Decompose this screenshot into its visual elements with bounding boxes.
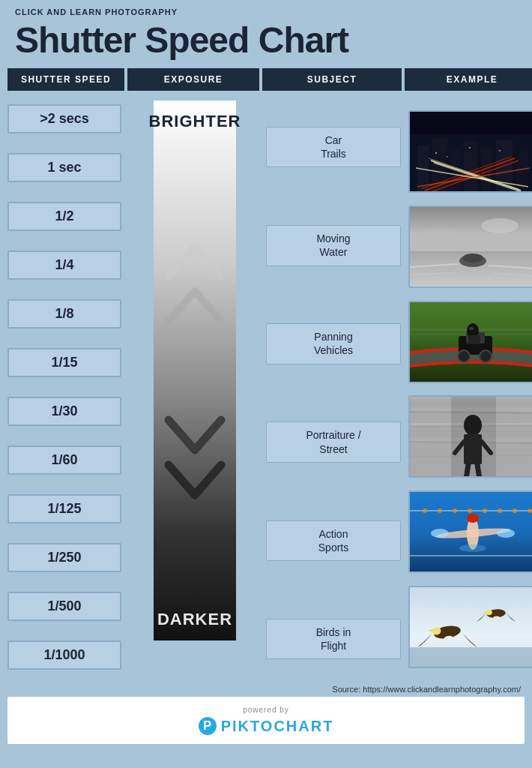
subject-moving-water: MovingWater [266,225,401,266]
svg-line-59 [466,464,468,478]
svg-point-36 [458,350,470,362]
subject-birds: Birds inFlight [266,619,401,659]
svg-line-60 [477,464,480,478]
speed-3: 1/2 [7,202,121,231]
svg-point-55 [464,415,482,436]
svg-point-30 [481,218,519,233]
svg-point-76 [497,529,515,538]
svg-point-75 [431,529,449,538]
example-column [405,97,532,682]
svg-point-37 [480,350,492,362]
speed-7: 1/30 [7,397,121,426]
svg-point-20 [447,156,448,158]
speed-9: 1/125 [7,494,121,524]
main-content: >2 secs 1 sec 1/2 1/4 1/8 1/15 1/30 1/60… [0,97,532,682]
svg-point-65 [438,508,442,513]
svg-point-77 [459,544,486,552]
speed-12: 1/1000 [7,640,121,670]
svg-point-70 [513,508,517,513]
speed-5: 1/8 [7,299,121,328]
svg-rect-56 [464,434,482,464]
svg-point-64 [423,508,427,513]
svg-point-69 [498,508,502,513]
shutter-speed-column: >2 secs 1 sec 1/2 1/4 1/8 1/15 1/30 1/60… [7,97,127,682]
speed-4: 1/4 [7,250,121,280]
chevron-up [154,224,236,328]
svg-rect-5 [464,142,477,193]
svg-point-18 [469,147,471,148]
page-title: Shutter Speed Chart [0,18,532,68]
speed-6: 1/15 [7,348,121,377]
col-header-subject: SUBJECT [262,68,402,91]
speed-10: 1/250 [7,543,121,572]
col-header-example: EXAMPLE [405,68,532,91]
svg-point-31 [426,228,453,238]
photo-car-trails [408,110,532,193]
svg-point-74 [467,514,479,523]
svg-point-68 [483,508,487,513]
subject-car-trails: CarTrails [266,127,401,167]
svg-rect-40 [468,335,480,344]
speed-2: 1 sec [7,153,121,182]
svg-point-25 [462,254,483,262]
svg-point-17 [435,152,437,154]
speed-11: 1/500 [7,592,121,621]
powered-by-label: powered by [16,706,516,714]
speed-8: 1/60 [7,446,121,475]
photo-panning [408,301,532,383]
svg-point-67 [468,508,472,513]
svg-point-41 [469,327,474,330]
darker-label: DARKER [157,610,232,629]
piktochart-logo: P PIKTOCHART [16,717,516,735]
photo-moving-water [408,206,532,288]
piktochart-p-icon: P [199,717,217,735]
svg-point-19 [499,150,501,152]
piktochart-name: PIKTOCHART [221,718,334,735]
photo-portraiture [408,395,532,478]
exposure-column: BRIGHTER DARKER [127,97,262,682]
column-headers: SHUTTER SPEED EXPOSURE SUBJECT EXAMPLE [0,68,532,91]
brighter-label: BRIGHTER [149,112,241,131]
source-text: Source: https://www.clickandlearnphotogr… [0,682,532,697]
subject-column: CarTrails MovingWater PanningVehicles Po… [262,97,405,682]
subject-action-sports: ActionSports [266,520,401,561]
chevron-down [154,412,236,518]
svg-rect-79 [410,647,532,668]
exposure-bar: BRIGHTER DARKER [154,100,236,640]
brand-label: CLICK AND LEARN PHOTOGRAPHY [0,0,532,18]
photo-action-sports [408,490,532,573]
svg-point-71 [528,508,532,513]
col-header-speed: SHUTTER SPEED [7,68,124,91]
col-header-exposure: EXPOSURE [127,68,259,91]
subject-portraiture: Portraiture /Street [266,422,401,462]
subject-panning: PanningVehicles [266,323,401,364]
footer: powered by P PIKTOCHART [7,697,525,744]
speed-1: >2 secs [7,104,121,134]
photo-birds-flight [408,586,532,668]
svg-point-66 [453,508,457,513]
